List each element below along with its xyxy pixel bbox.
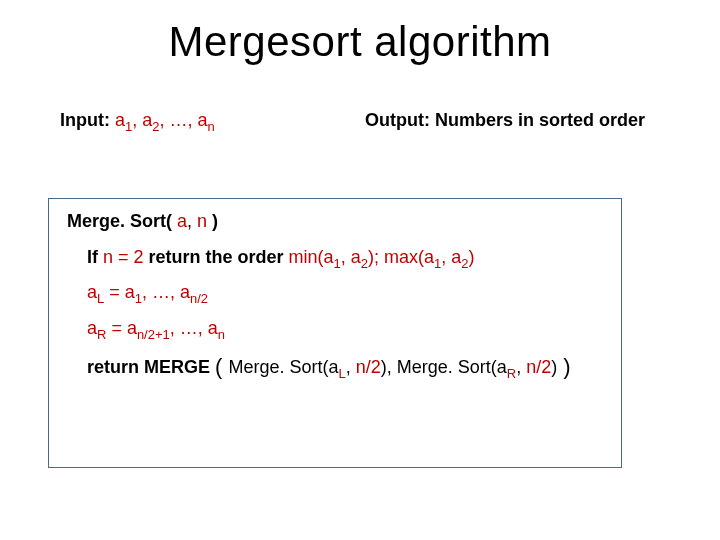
return-merge: return MERGE [87,357,215,377]
merge-comma: , [387,357,397,377]
pseudocode-box: Merge. Sort( a, n ) If n = 2 return the … [48,198,622,468]
input-an: an [197,110,214,130]
input-dots: , …, [159,110,197,130]
input-a1: a1 [115,110,132,130]
base-case-line: If n = 2 return the order min(a1, a2); m… [67,247,607,269]
recursive-left: Merge. Sort(aL, n/2) [228,357,386,377]
input-sep1: , [132,110,142,130]
return-line: return MERGE ( Merge. Sort(aL, n/2), Mer… [67,353,607,379]
if-keyword: If [87,247,103,267]
fn-comma: , [187,211,197,231]
input-label: Input: [60,110,115,130]
aR: aR = an/2+1, …, an [87,318,225,338]
max-call: max(a1, a2) [379,247,474,267]
output-label: Output: Numbers in sorted order [365,110,645,130]
input-a2: a2 [142,110,159,130]
aL: aL = a1, …, an/2 [87,282,208,302]
left-half-line: aL = a1, …, an/2 [67,282,607,304]
input-spec: Input: a1, a2, …, an [60,110,215,131]
slide-title: Mergesort algorithm [0,18,720,66]
fn-name: Merge. Sort( [67,211,172,231]
fn-close: ) [212,211,218,231]
close-paren: ) [557,354,570,379]
fn-signature: Merge. Sort( a, n ) [67,211,607,233]
right-half-line: aR = an/2+1, …, an [67,318,607,340]
return-order: return the order [144,247,289,267]
min-call: min(a1, a2); [289,247,379,267]
fn-arg-n: n [197,211,212,231]
fn-arg-a: a [172,211,187,231]
if-cond: n = 2 [103,247,144,267]
recursive-right: Merge. Sort(aR, n/2) [397,357,557,377]
output-spec: Output: Numbers in sorted order [365,110,645,131]
open-paren: ( [215,354,228,379]
